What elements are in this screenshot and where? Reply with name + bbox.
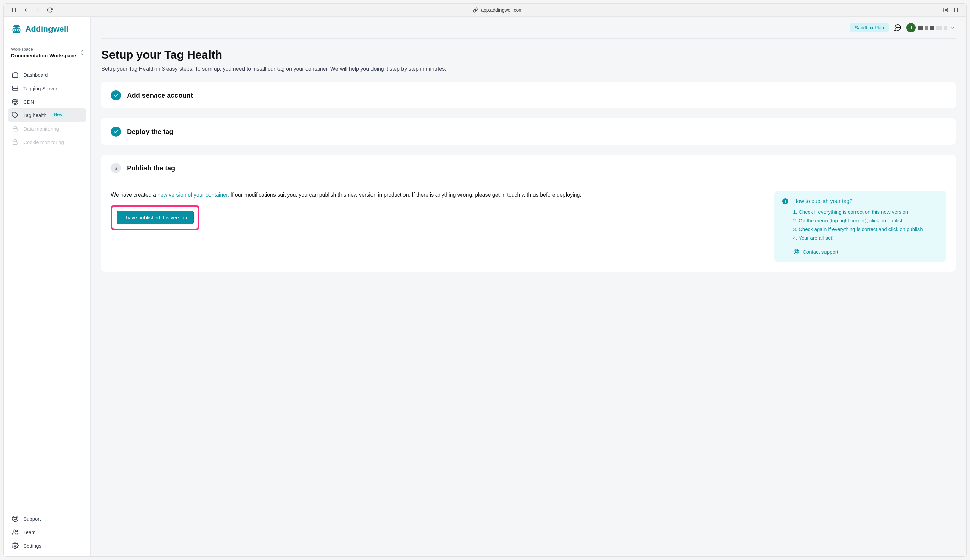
avatar: J (906, 23, 916, 32)
svg-rect-2 (944, 8, 948, 12)
browser-toolbar: app.addingwell.com (4, 4, 966, 17)
list-item: Check if everything is correct on this n… (799, 208, 938, 217)
check-icon (111, 90, 121, 100)
forward-icon (35, 7, 41, 13)
svg-point-29 (898, 27, 898, 28)
globe-icon (12, 98, 18, 105)
svg-line-34 (797, 252, 798, 253)
step-title: Publish the tag (127, 164, 175, 172)
step-card-2: Deploy the tag (101, 118, 955, 145)
workspace-name: Documentation Workspace (11, 52, 83, 58)
svg-rect-12 (13, 32, 20, 33)
svg-point-10 (14, 29, 15, 31)
svg-line-21 (13, 517, 15, 518)
info-icon: i (783, 198, 788, 204)
new-version-link[interactable]: new version (881, 209, 908, 215)
svg-point-26 (16, 530, 18, 532)
svg-line-23 (16, 517, 17, 518)
sidebar-item-team[interactable]: Team (8, 525, 86, 539)
step-card-1: Add service account (101, 82, 955, 108)
url-text: app.addingwell.com (481, 7, 523, 13)
chevron-updown-icon (80, 50, 84, 55)
step-number: 3 (111, 163, 121, 173)
user-menu[interactable]: J (906, 23, 955, 32)
svg-point-7 (13, 25, 20, 28)
nav-label: Tagging Server (23, 85, 57, 91)
step-title: Add service account (127, 92, 193, 99)
svg-rect-0 (11, 8, 16, 12)
nav-label: Support (23, 516, 41, 522)
nav-label: Dashboard (23, 72, 48, 78)
info-box: i How to publish your tag? Check if ever… (774, 191, 946, 262)
logo-icon (11, 23, 22, 34)
sidebar-item-dashboard[interactable]: Dashboard (8, 68, 86, 82)
top-bar: Sandbox Plan J (101, 17, 955, 39)
sidebar-item-tagging-server[interactable]: Tagging Server (8, 82, 86, 95)
svg-line-36 (794, 252, 796, 253)
nav-label: Tag health (23, 112, 47, 118)
svg-rect-17 (13, 128, 17, 131)
tag-icon (12, 112, 18, 118)
page-title: Setup your Tag Health (101, 48, 955, 61)
reload-icon[interactable] (47, 7, 53, 13)
back-icon[interactable] (23, 7, 28, 13)
svg-point-25 (13, 530, 15, 532)
workspace-selector[interactable]: Workspace Documentation Workspace (4, 42, 90, 64)
url-bar[interactable]: app.addingwell.com (473, 7, 523, 13)
svg-point-28 (896, 27, 897, 28)
svg-point-30 (898, 27, 899, 28)
lock-icon (12, 138, 18, 145)
users-icon (12, 529, 18, 535)
sidebar-item-support[interactable]: Support (8, 512, 86, 525)
chevron-down-icon (950, 25, 955, 30)
lifebuoy-icon (793, 249, 799, 255)
gear-icon (12, 542, 18, 549)
nav-label: Data monitoring (23, 126, 59, 132)
list-item: Your are all set! (799, 233, 938, 242)
link-icon (473, 7, 478, 13)
step-description: We have created a new version of your co… (111, 191, 758, 199)
contact-support-link[interactable]: Contact support (793, 249, 938, 255)
user-name-redacted (918, 25, 947, 30)
svg-line-35 (797, 250, 798, 251)
list-item: Check again if everything is correct and… (799, 225, 938, 233)
sidebar-item-cdn[interactable]: CDN (8, 95, 86, 108)
logo[interactable]: Addingwell (11, 23, 83, 34)
svg-point-27 (15, 545, 16, 547)
svg-point-11 (18, 29, 19, 31)
sidebar-item-data-monitoring: Data monitoring (8, 122, 86, 135)
new-badge: New (51, 112, 65, 118)
svg-line-22 (16, 519, 17, 521)
check-icon (111, 127, 121, 137)
nav-label: CDN (23, 99, 34, 105)
highlight-annotation: I have published this version (111, 205, 199, 230)
container-version-link[interactable]: new version of your container (157, 192, 227, 198)
nav-label: Team (23, 529, 36, 535)
svg-rect-13 (13, 86, 18, 88)
list-item: On the menu (top right corner), click on… (799, 217, 938, 225)
sidebar-toggle-icon[interactable] (10, 7, 17, 13)
svg-point-32 (795, 251, 797, 253)
workspace-label: Workspace (11, 47, 83, 52)
plan-badge[interactable]: Sandbox Plan (850, 23, 889, 32)
lifebuoy-icon (12, 515, 18, 522)
home-icon (12, 72, 18, 78)
page-subtitle: Setup your Tag Health in 3 easy steps. T… (101, 66, 955, 72)
info-steps-list: Check if everything is correct on this n… (783, 208, 938, 242)
sidebar: Addingwell Workspace Documentation Works… (4, 17, 90, 556)
lock-icon (12, 125, 18, 132)
sidebar-item-settings[interactable]: Settings (8, 539, 86, 552)
nav-label: Cookie monitoring (23, 139, 64, 145)
panel-icon[interactable] (953, 7, 960, 13)
svg-rect-18 (13, 142, 17, 144)
sidebar-item-tag-health[interactable]: Tag health New (8, 108, 86, 122)
reader-icon[interactable] (943, 7, 949, 13)
contact-support-label: Contact support (803, 249, 838, 255)
svg-line-24 (13, 519, 15, 521)
main-content: Sandbox Plan J Setup your Tag Health Set… (90, 17, 966, 556)
published-button[interactable]: I have published this version (117, 211, 194, 225)
svg-rect-5 (954, 8, 959, 12)
step-card-3: 3 Publish the tag We have created a new … (101, 155, 955, 272)
info-title: How to publish your tag? (793, 198, 853, 204)
chat-icon[interactable] (893, 23, 901, 32)
